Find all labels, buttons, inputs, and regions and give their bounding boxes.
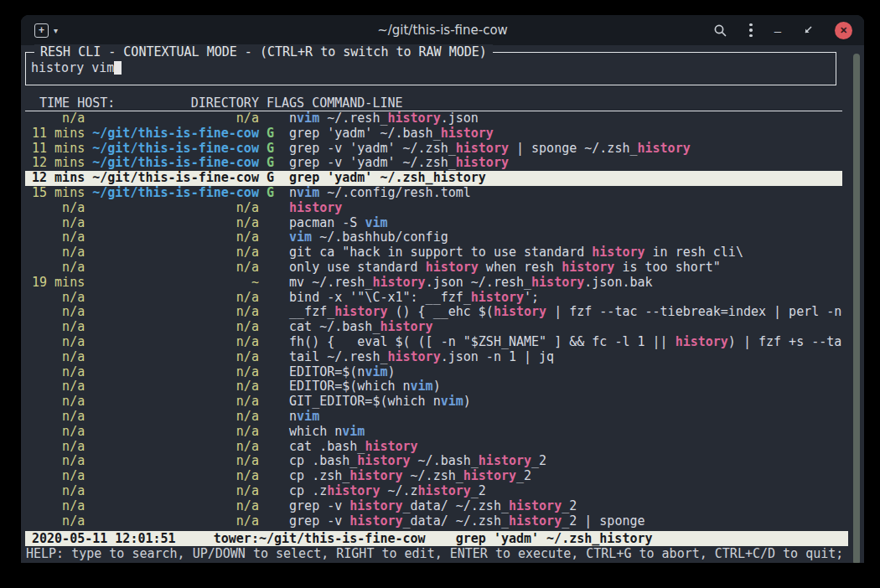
row-time: 11 mins	[32, 126, 85, 141]
history-row[interactable]: n/a n/a grep -v history_data/ ~/.zsh_his…	[25, 499, 842, 514]
restore-button[interactable]	[803, 25, 813, 35]
history-row[interactable]: n/a n/a EDITOR=$(which nvim)	[25, 379, 842, 395]
scrollbar-thumb[interactable]	[853, 54, 860, 563]
row-time: n/a	[32, 216, 85, 230]
row-directory: ~/git/this-is-fine-cow	[92, 186, 259, 200]
row-time: n/a	[32, 305, 85, 319]
row-flags	[267, 260, 274, 275]
match-history: history	[509, 499, 562, 513]
history-row[interactable]: n/a n/a GIT_EDITOR=$(which nvim)	[25, 395, 842, 410]
history-row[interactable]: n/a n/a pacman -S vim	[25, 216, 842, 231]
close-icon: ✕	[835, 22, 852, 39]
history-row[interactable]: n/a n/a tail ~/.resh_history.json -n 1 |…	[25, 350, 842, 365]
history-row[interactable]: 12 mins ~/git/this-is-fine-cow G grep -v…	[25, 156, 842, 171]
row-directory: n/a	[92, 514, 259, 529]
row-directory: n/a	[92, 484, 259, 498]
history-row[interactable]: n/a n/a EDITOR=$(nvim)	[25, 365, 842, 380]
menu-button[interactable]	[749, 23, 753, 38]
row-command: cat .bash_history	[289, 440, 418, 454]
history-row[interactable]: n/a n/a cat ~/.bash_history	[25, 320, 842, 335]
match-history: history	[418, 484, 471, 498]
row-time: n/a	[32, 320, 85, 334]
row-time: n/a	[32, 335, 85, 349]
minimize-button[interactable]: –	[774, 24, 781, 37]
history-row[interactable]: n/a n/a history	[25, 201, 842, 216]
row-flags: G	[267, 171, 274, 185]
row-time: 15 mins	[32, 186, 85, 200]
window-title: ~/git/this-is-fine-cow	[217, 23, 668, 38]
row-flags: G	[267, 186, 274, 200]
row-directory: ~/git/this-is-fine-cow	[92, 171, 259, 185]
row-flags	[267, 305, 274, 319]
restore-icon	[803, 25, 813, 35]
row-directory: n/a	[92, 350, 259, 364]
history-row-selected[interactable]: 12 mins ~/git/this-is-fine-cow G grep 'y…	[25, 171, 842, 186]
text-cursor	[114, 61, 122, 75]
match-history: history	[327, 484, 380, 498]
row-time: n/a	[32, 350, 85, 364]
history-row[interactable]: 19 mins ~ mv ~/.resh_history.json ~/.res…	[25, 276, 842, 291]
history-row[interactable]: n/a n/a cp .zsh_history ~/.zsh_history_2	[25, 469, 842, 484]
row-command: fh() { eval $( ([ -n "$ZSH_NAME" ] && fc…	[289, 335, 842, 349]
history-row[interactable]: n/a n/a grep -v history_data/ ~/.zsh_his…	[25, 514, 842, 529]
match-history: history	[531, 276, 584, 290]
history-row[interactable]: n/a n/a git ca "hack in support to use s…	[25, 245, 842, 260]
history-row[interactable]: n/a n/a bind -x '"\C-x1": __fzf_history'…	[25, 291, 842, 306]
row-time: n/a	[32, 111, 85, 126]
close-button[interactable]: ✕	[835, 22, 852, 39]
match-vim: vim	[297, 186, 319, 200]
row-directory: n/a	[92, 245, 259, 260]
history-row[interactable]: n/a n/a which nvim	[25, 425, 842, 440]
history-row[interactable]: n/a n/a __fzf_history () { __ehc $(histo…	[25, 305, 842, 320]
history-row[interactable]: n/a n/a fh() { eval $( ([ -n "$ZSH_NAME"…	[25, 335, 842, 350]
row-directory: n/a	[92, 395, 259, 409]
match-history: history	[638, 142, 691, 156]
match-vim: vim	[365, 365, 387, 379]
match-history: history	[289, 201, 342, 215]
minimize-icon: –	[774, 24, 781, 37]
history-row[interactable]: 11 mins ~/git/this-is-fine-cow G grep -v…	[25, 142, 842, 157]
search-button[interactable]	[713, 23, 727, 38]
row-command: history	[289, 201, 342, 215]
history-list: n/a n/a nvim ~/.resh_history.json11 mins…	[25, 111, 842, 529]
history-row[interactable]: n/a n/a cat .bash_history	[25, 440, 842, 455]
row-time: n/a	[32, 499, 85, 513]
new-tab-button[interactable]: + ▾	[33, 22, 60, 39]
row-flags	[267, 499, 274, 513]
match-history: history	[349, 499, 402, 513]
row-command: cp .bash_history ~/.bash_history_2	[289, 454, 546, 468]
row-command: nvim	[289, 410, 319, 424]
row-time: 11 mins	[32, 142, 85, 156]
row-command: which nvim	[289, 425, 365, 439]
history-row[interactable]: n/a n/a cp .zhistory ~/.zhistory_2	[25, 484, 842, 499]
row-directory: n/a	[92, 454, 259, 468]
terminal-content: RESH CLI - CONTEXTUAL MODE - (CTRL+R to …	[21, 52, 864, 563]
history-row[interactable]: 11 mins ~/git/this-is-fine-cow G grep 'y…	[25, 126, 842, 142]
history-row[interactable]: n/a n/a only use standard history when r…	[25, 260, 842, 276]
history-row[interactable]: n/a n/a nvim	[25, 410, 842, 425]
row-time: 12 mins	[32, 156, 85, 170]
history-row[interactable]: n/a n/a nvim ~/.resh_history.json	[25, 111, 842, 126]
match-history: history	[380, 320, 432, 334]
row-directory: n/a	[92, 410, 259, 424]
match-history: history	[463, 469, 516, 483]
history-row[interactable]: n/a n/a vim ~/.bashhub/config	[25, 230, 842, 245]
row-command: EDITOR=$(which nvim)	[289, 379, 441, 394]
row-command: grep -v 'yadm' ~/.zsh_history | sponge ~…	[289, 142, 691, 156]
titlebar-left: + ▾	[33, 22, 217, 39]
row-flags	[267, 365, 274, 379]
row-flags	[267, 216, 274, 230]
row-directory: n/a	[92, 499, 259, 513]
row-directory: n/a	[92, 365, 259, 379]
row-directory: n/a	[92, 305, 259, 319]
row-flags	[267, 425, 274, 439]
match-history: history	[387, 111, 440, 126]
row-time: n/a	[32, 201, 85, 215]
row-time: n/a	[32, 469, 85, 483]
row-flags	[267, 320, 274, 334]
row-time: n/a	[32, 395, 85, 409]
history-row[interactable]: n/a n/a cp .bash_history ~/.bash_history…	[25, 454, 842, 469]
row-directory: ~/git/this-is-fine-cow	[92, 126, 259, 141]
history-row[interactable]: 15 mins ~/git/this-is-fine-cow G nvim ~/…	[25, 186, 842, 201]
row-flags	[267, 469, 274, 483]
